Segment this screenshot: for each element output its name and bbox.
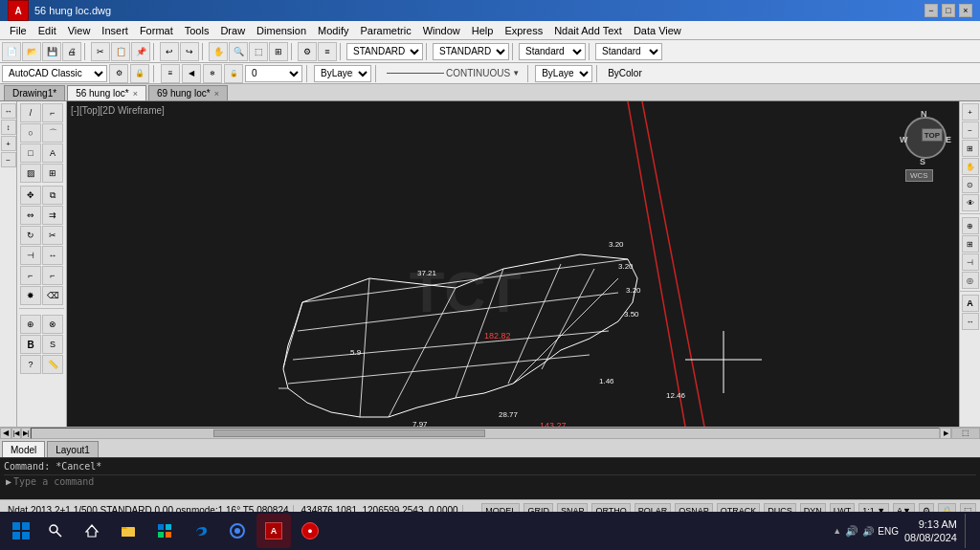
lp-trim[interactable]: ✂ [42, 226, 63, 245]
rt-polar[interactable]: ◎ [962, 272, 979, 289]
lp-circle[interactable]: ○ [20, 123, 41, 143]
tab-56hungloc[interactable]: 56 hung loc* × [67, 85, 146, 100]
new-btn[interactable]: 📄 [2, 42, 21, 61]
scroll-track[interactable] [31, 428, 940, 439]
layer-btn[interactable]: ≡ [161, 64, 180, 83]
lt-btn-4[interactable]: − [1, 152, 16, 167]
scroll-left-btn[interactable]: ◀ [0, 428, 11, 439]
menu-window[interactable]: Window [417, 21, 466, 39]
rt-orbit[interactable]: ⊙ [962, 176, 979, 193]
menu-ndait[interactable]: Ndait Add Text [548, 21, 628, 39]
menu-file[interactable]: File [4, 21, 33, 39]
copy-btn[interactable]: 📋 [111, 42, 130, 61]
layer-prev-btn[interactable]: ◀ [182, 64, 201, 83]
taskbar-edge[interactable] [184, 514, 218, 548]
lock-btn[interactable]: 🔓 [224, 64, 243, 83]
lp-b[interactable]: B [20, 335, 41, 354]
lp-measure[interactable]: 📏 [42, 355, 63, 374]
paste-btn[interactable]: 📌 [131, 42, 150, 61]
lp-snap[interactable]: ⊕ [20, 315, 41, 334]
lp-extend[interactable]: ⊣ [20, 246, 41, 265]
menu-edit[interactable]: Edit [33, 21, 62, 39]
tray-network[interactable]: 🔊 [845, 525, 858, 538]
dim-style-select[interactable]: STANDARD [433, 43, 509, 60]
tab-69hungloc-close[interactable]: × [214, 89, 219, 99]
color-select[interactable]: ByLayer [314, 65, 371, 82]
freeze-btn[interactable]: ❄ [203, 64, 222, 83]
menu-format[interactable]: Format [134, 21, 179, 39]
lineweight-select[interactable]: ByLayer [535, 65, 592, 82]
menu-view[interactable]: View [62, 21, 97, 39]
scroll-model-btn[interactable]: ⬚ [951, 428, 980, 439]
undo-btn[interactable]: ↩ [160, 42, 179, 61]
cut-btn[interactable]: ✂ [91, 42, 110, 61]
lp-fillet[interactable]: ⌐ [20, 266, 41, 285]
lp-explode[interactable]: ✸ [20, 286, 41, 305]
workspace-select[interactable]: AutoCAD Classic [2, 65, 107, 82]
show-desktop-btn[interactable] [965, 514, 969, 548]
save-btn[interactable]: 💾 [42, 42, 61, 61]
lt-btn-3[interactable]: + [1, 136, 16, 151]
lt-btn-2[interactable]: ↕ [1, 120, 16, 135]
print-btn[interactable]: 🖨 [62, 42, 81, 61]
tray-volume[interactable]: 🔊 [862, 526, 874, 537]
menu-tools[interactable]: Tools [179, 21, 215, 39]
compass-wcs-button[interactable]: WCS [905, 169, 933, 182]
table-style-select[interactable]: Standard [519, 43, 586, 60]
tab-drawing1[interactable]: Drawing1* [4, 85, 65, 100]
zoom-win-btn[interactable]: ⬚ [249, 42, 268, 61]
taskbar-search[interactable] [38, 514, 73, 548]
taskbar-winstore[interactable] [147, 514, 182, 548]
lp-mirror[interactable]: ⇔ [20, 206, 41, 225]
lp-line[interactable]: / [20, 103, 41, 122]
open-btn[interactable]: 📂 [22, 42, 41, 61]
taskbar-explorer[interactable] [111, 514, 145, 548]
menu-modify[interactable]: Modify [312, 21, 354, 39]
window-controls[interactable]: − □ × [924, 4, 972, 17]
menu-help[interactable]: Help [466, 21, 500, 39]
tab-69hungloc[interactable]: 69 hung loc* × [148, 85, 228, 100]
pan-btn[interactable]: ✋ [209, 42, 228, 61]
scroll-prev-btn[interactable]: |◀ [11, 428, 21, 439]
properties-btn[interactable]: ⚙ [298, 42, 317, 61]
taskbar-app-red[interactable]: ● [293, 514, 327, 548]
model-tab[interactable]: Model [2, 441, 45, 457]
taskbar-home[interactable] [75, 514, 109, 548]
lt-btn-1[interactable]: ↔ [1, 103, 16, 119]
horizontal-scrollbar[interactable]: ◀ |◀ ▶| ▶ ⬚ [0, 427, 980, 438]
tray-arrow[interactable]: ▲ [833, 526, 841, 536]
tab-56hungloc-close[interactable]: × [133, 89, 138, 99]
rt-pan[interactable]: ✋ [962, 158, 979, 175]
rt-zoom-ext[interactable]: ⊞ [962, 140, 979, 157]
taskbar-chrome[interactable] [220, 514, 255, 548]
lp-osnap[interactable]: ⊗ [42, 315, 63, 334]
redo-btn[interactable]: ↪ [180, 42, 199, 61]
command-input[interactable] [13, 476, 976, 487]
match-btn[interactable]: ≡ [318, 42, 337, 61]
linetype-dropdown[interactable]: ▼ [512, 69, 520, 77]
menu-dataview[interactable]: Data View [628, 21, 687, 39]
lp-stretch[interactable]: ↔ [42, 246, 63, 265]
layout1-tab[interactable]: Layout1 [47, 441, 99, 457]
lp-copy[interactable]: ⧉ [42, 186, 63, 205]
lp-text[interactable]: A [42, 143, 63, 163]
close-button[interactable]: × [959, 4, 972, 17]
menu-draw[interactable]: Draw [214, 21, 251, 39]
text-style-select[interactable]: STANDARD [346, 43, 423, 60]
rt-zoom-out[interactable]: − [962, 121, 979, 139]
rt-text[interactable]: A [962, 295, 979, 312]
lp-s[interactable]: S [42, 335, 63, 354]
taskbar-autocad[interactable]: A [256, 514, 291, 548]
drawing-canvas[interactable]: [-][Top][2D Wireframe] TCT [67, 101, 959, 427]
lp-offset[interactable]: ⇉ [42, 206, 63, 225]
lp-block[interactable]: ⊞ [42, 164, 63, 183]
lang-indicator[interactable]: ENG [878, 526, 899, 537]
zoom-ext-btn[interactable]: ⊞ [269, 42, 288, 61]
zoom-btn[interactable]: 🔍 [229, 42, 248, 61]
menu-dimension[interactable]: Dimension [251, 21, 312, 39]
rt-dim[interactable]: ↔ [962, 313, 979, 330]
workspace-settings-btn[interactable]: ⚙ [109, 64, 128, 83]
lp-erase[interactable]: ⌫ [42, 286, 63, 305]
compass-top-button[interactable]: TOP [922, 128, 943, 142]
menu-parametric[interactable]: Parametric [354, 21, 416, 39]
